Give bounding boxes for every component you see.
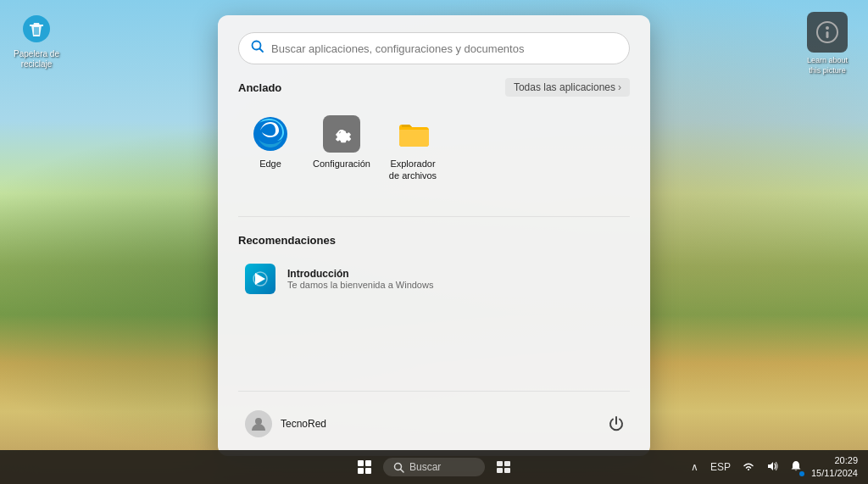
taskbar-clock[interactable]: 20:29 15/11/2024 [811,454,858,481]
svg-rect-18 [497,468,503,473]
intro-rec-text: Introducción Te damos la bienvenida a Wi… [287,268,433,290]
taskbar-time-value: 20:29 [811,454,858,467]
recommendations-title: Recomendaciones [238,234,336,247]
start-button[interactable] [349,452,380,482]
pinned-app-explorer[interactable]: Explorador de archivos [381,108,445,189]
intro-title: Introducción [287,268,433,280]
svg-rect-10 [358,460,364,466]
wifi-icon[interactable] [738,457,759,478]
learn-about-label: Learn aboutthis picture [807,56,848,75]
recommendations-section: Recomendaciones Introducción Te damos la… [238,224,630,303]
section-divider-1 [238,216,630,217]
task-view-button[interactable] [488,452,519,482]
search-icon [251,40,264,57]
spacer [218,316,650,384]
svg-rect-17 [504,461,510,466]
svg-rect-16 [497,461,503,466]
pinned-section-header: Anclado Todas las aplicaciones › [238,78,630,97]
pinned-app-edge[interactable]: Edge [238,108,303,189]
user-bar: TecnoRed [238,405,630,442]
recycle-bin-icon [19,12,53,46]
svg-rect-3 [826,31,829,38]
pinned-apps-grid: Edge Configuración [238,108,630,189]
search-bar[interactable] [238,32,630,64]
section-divider-2 [238,391,630,392]
intro-app-icon [245,264,275,294]
systray: ∧ ESP [687,457,806,478]
svg-marker-7 [255,273,265,285]
svg-line-15 [401,469,404,472]
edge-app-icon [252,115,289,153]
taskbar-search[interactable]: Buscar [383,458,485,476]
svg-point-2 [826,26,829,30]
chevron-right-icon: › [618,81,621,93]
taskbar-center: Buscar [349,452,519,482]
intro-subtitle: Te damos la bienvenida a Windows [287,280,433,290]
recycle-bin-label: Papelera de reciclaje [10,49,63,70]
recommendation-intro[interactable]: Introducción Te damos la bienvenida a Wi… [238,255,630,303]
edge-app-label: Edge [259,158,281,170]
taskbar-right: ∧ ESP [687,454,858,481]
all-apps-link[interactable]: Todas las aplicaciones › [505,78,630,97]
desktop-icon-learn-about[interactable]: Learn aboutthis picture [793,8,861,79]
settings-app-icon [323,115,360,153]
notification-badge [799,471,804,476]
pinned-app-settings[interactable]: Configuración [309,108,374,189]
svg-point-9 [255,418,262,425]
power-button[interactable] [603,410,630,437]
settings-app-label: Configuración [313,158,370,170]
svg-rect-13 [365,468,371,474]
all-apps-label: Todas las aplicaciones [514,81,615,93]
notifications-icon[interactable] [786,457,806,478]
explorer-app-icon [394,115,431,153]
svg-rect-11 [365,460,371,466]
show-hidden-icons[interactable]: ∧ [687,458,703,476]
learn-about-icon [807,12,848,53]
user-name: TecnoRed [281,418,326,430]
svg-rect-19 [504,468,510,473]
explorer-app-label: Explorador de archivos [384,158,442,182]
search-input[interactable] [271,42,617,55]
start-menu: Anclado Todas las aplicaciones › [218,15,650,456]
desktop-icon-recycle-bin[interactable]: Papelera de reciclaje [7,8,66,73]
svg-rect-12 [358,468,364,474]
volume-icon[interactable] [762,457,782,478]
svg-line-5 [260,49,264,53]
desktop: Papelera de reciclaje Learn aboutthis pi… [0,0,868,484]
taskbar: Buscar ∧ ESP [0,450,868,484]
recommendations-header: Recomendaciones [238,234,630,247]
user-avatar [245,410,272,437]
user-info[interactable]: TecnoRed [238,405,333,442]
language-indicator[interactable]: ESP [706,458,735,476]
pinned-section-title: Anclado [238,81,281,94]
taskbar-search-label: Buscar [409,461,441,473]
taskbar-date-value: 15/11/2024 [811,467,858,480]
